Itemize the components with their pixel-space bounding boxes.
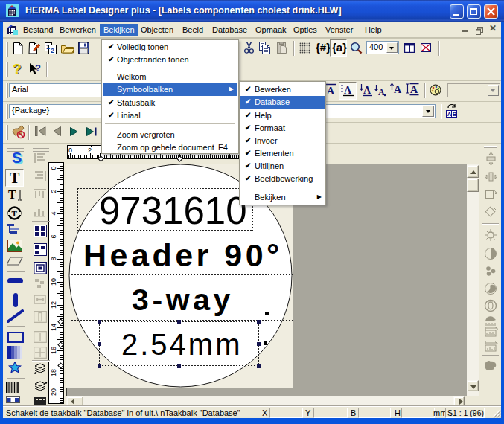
svg-text:A: A [410,84,418,95]
svg-text:A: A [363,85,371,96]
svg-text:2: 2 [51,47,54,54]
svg-text:B: B [453,111,457,118]
svg-text:A: A [447,111,452,118]
svg-text:A: A [327,86,335,97]
svg-text:A: A [394,84,402,95]
svg-text:1: 1 [46,43,50,51]
svg-text:A: A [344,85,352,96]
svg-text:?: ? [35,62,41,74]
svg-text:T: T [12,209,18,218]
svg-text:A: A [378,87,385,97]
